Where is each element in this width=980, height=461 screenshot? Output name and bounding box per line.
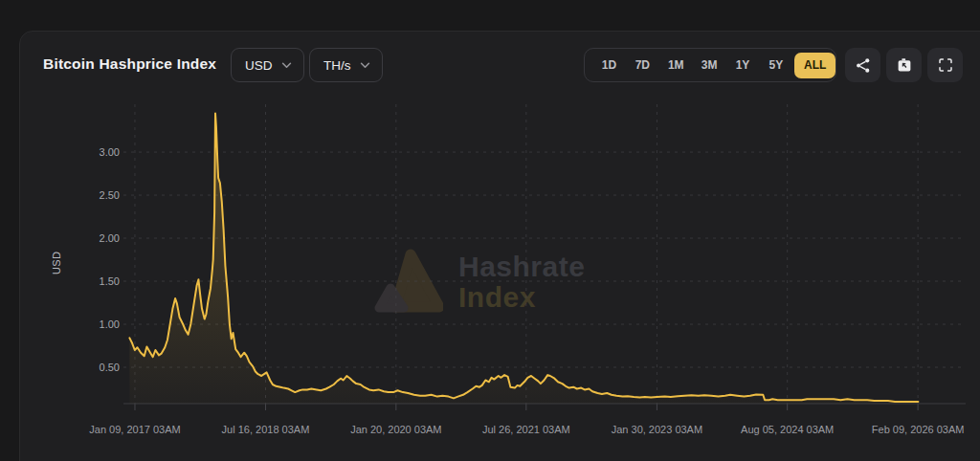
range-button-3m[interactable]: 3M bbox=[693, 53, 726, 78]
range-button-all[interactable]: ALL bbox=[794, 53, 835, 78]
chevron-down-icon bbox=[281, 62, 292, 69]
y-tick-label: 3.00 bbox=[20, 146, 120, 158]
range-selector: 1D 7D 1M 3M 1Y 5Y ALL bbox=[584, 48, 836, 82]
chart-series bbox=[129, 114, 918, 405]
y-tick-label: 1.00 bbox=[20, 318, 120, 330]
range-button-1y[interactable]: 1Y bbox=[726, 53, 760, 78]
x-tick-label: Jul 16, 2018 03AM bbox=[222, 424, 310, 435]
x-axis-tick-labels: Jan 09, 2017 03AMJul 16, 2018 03AMJan 20… bbox=[123, 424, 966, 439]
page-title: Bitcoin Hashprice Index bbox=[43, 55, 216, 73]
share-button[interactable] bbox=[845, 48, 880, 82]
unit-dropdown-value: TH/s bbox=[323, 58, 351, 73]
chart-header: Bitcoin Hashprice Index USD TH/s 1D 7D 1… bbox=[20, 32, 980, 99]
currency-dropdown-value: USD bbox=[245, 58, 273, 73]
hashprice-chart-card: Bitcoin Hashprice Index USD TH/s 1D 7D 1… bbox=[19, 31, 980, 461]
unit-dropdown[interactable]: TH/s bbox=[309, 48, 383, 82]
fullscreen-button[interactable] bbox=[927, 48, 963, 82]
x-tick-label: Jan 09, 2017 03AM bbox=[89, 424, 180, 435]
range-button-5y[interactable]: 5Y bbox=[759, 53, 792, 78]
share-icon bbox=[854, 56, 872, 75]
range-button-1m[interactable]: 1M bbox=[659, 53, 693, 78]
x-tick-label: Jan 20, 2020 03AM bbox=[350, 424, 441, 435]
y-axis-tick-labels: 0.501.001.502.002.503.00 bbox=[20, 104, 120, 410]
y-tick-label: 2.50 bbox=[20, 189, 120, 201]
hashprice-area-chart[interactable] bbox=[123, 104, 966, 410]
y-tick-label: 1.50 bbox=[20, 275, 120, 287]
y-tick-label: 2.00 bbox=[20, 232, 120, 244]
camera-icon bbox=[896, 56, 913, 74]
y-tick-label: 0.50 bbox=[20, 362, 120, 373]
currency-dropdown[interactable]: USD bbox=[231, 48, 304, 82]
x-tick-label: Jul 26, 2021 03AM bbox=[482, 424, 570, 435]
fullscreen-icon bbox=[937, 56, 954, 74]
snapshot-button[interactable] bbox=[886, 48, 922, 82]
x-tick-label: Feb 09, 2026 03AM bbox=[872, 424, 965, 435]
range-button-7d[interactable]: 7D bbox=[626, 53, 659, 78]
chevron-down-icon bbox=[360, 62, 370, 69]
x-tick-label: Jan 30, 2023 03AM bbox=[612, 424, 702, 435]
range-button-1d[interactable]: 1D bbox=[592, 53, 626, 78]
x-tick-label: Aug 05, 2024 03AM bbox=[741, 424, 834, 435]
